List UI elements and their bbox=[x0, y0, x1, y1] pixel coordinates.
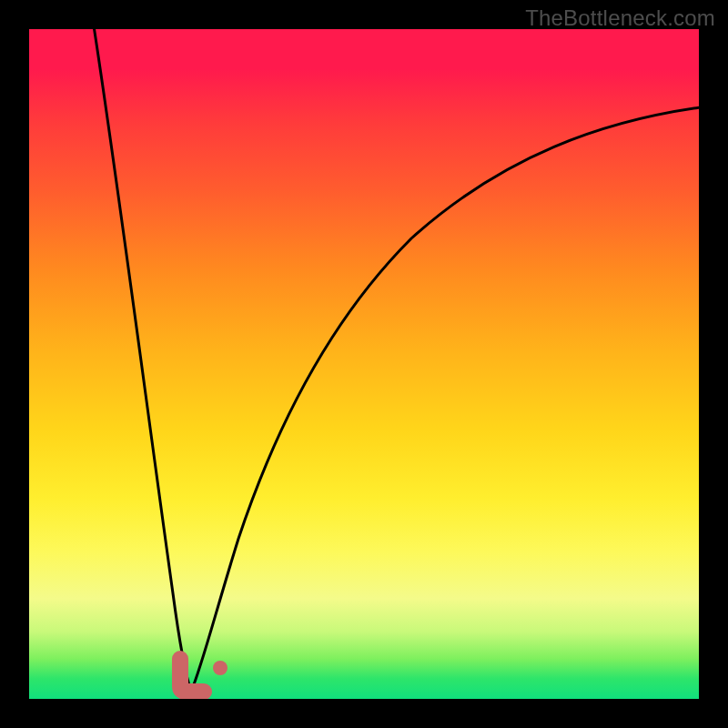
marker-dot bbox=[213, 661, 228, 675]
attribution-label: TheBottleneck.com bbox=[525, 5, 715, 31]
chart-frame: TheBottleneck.com bbox=[0, 0, 728, 728]
marker-group bbox=[180, 659, 228, 692]
curve-right-branch bbox=[191, 106, 699, 692]
chart-curves-svg bbox=[29, 29, 699, 699]
chart-plot-area bbox=[29, 29, 699, 699]
curve-left-branch bbox=[93, 29, 191, 692]
